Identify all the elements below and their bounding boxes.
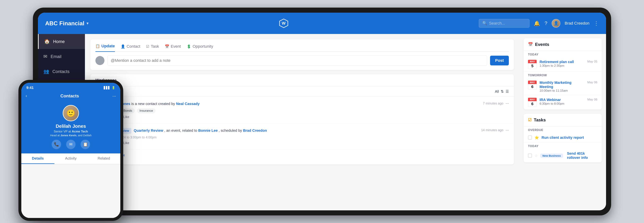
sidebar-item-contacts[interactable]: 👥 Contacts	[38, 64, 85, 79]
task-checkbox[interactable]	[528, 136, 532, 140]
sidebar-item-home[interactable]: 🏠 Home	[38, 34, 85, 49]
tab-opportunity-label: Opportunity	[192, 44, 213, 49]
workspace-filter[interactable]: All ⇅ ☰	[495, 89, 509, 94]
feed-time: 14 minutes ago	[481, 128, 504, 132]
search-icon: 🔍	[482, 21, 487, 26]
tag-insurance[interactable]: Insurance	[137, 108, 156, 113]
event-info: Retirement plan call 1:30pm to 2:30pm	[540, 60, 584, 68]
tab-update[interactable]: 📋 Update	[96, 44, 115, 52]
feed-time: 7 minutes ago	[483, 102, 504, 105]
event-month: MAY	[528, 60, 537, 63]
phone-email-button[interactable]: ✉	[66, 140, 76, 149]
contact-subtitle: Head at Jones Kevin, and Delilah	[50, 134, 92, 137]
battery-icon: 🔋	[112, 86, 115, 90]
event-title[interactable]: Retirement plan call	[540, 60, 584, 64]
task-star-icon[interactable]: ⭐	[534, 135, 539, 140]
task-checkbox[interactable]	[528, 154, 532, 158]
phone-more-icon[interactable]: ···	[112, 94, 116, 98]
phone-copy-button[interactable]: 📋	[80, 140, 90, 149]
events-title: Events	[535, 42, 549, 47]
help-icon[interactable]: ?	[544, 20, 547, 26]
notification-bell-icon[interactable]: 🔔	[534, 20, 540, 26]
feed-item-header: Delilah Jones is a new contact created b…	[96, 101, 509, 119]
contact-other-company[interactable]: Jones Kevin	[60, 134, 76, 137]
workspace-filter-label: All	[495, 90, 499, 94]
event-date-box: MAY 6	[528, 80, 537, 90]
event-info: IRA Webinar 6:30pm to 8:00pm	[540, 98, 584, 106]
phone-tab-activity[interactable]: Activity	[54, 154, 88, 164]
phone-profile: 🙂 Delilah Jones Senior VP at Acme Tech H…	[21, 102, 120, 154]
contact-company[interactable]: Acme Tech	[72, 130, 88, 133]
event-day: 6	[528, 101, 537, 107]
tab-event[interactable]: 📅 Event	[165, 44, 181, 52]
feed-related-link[interactable]: Bonnie Lee	[198, 128, 218, 132]
feed-event-link[interactable]: Quarterly Review	[134, 128, 163, 132]
brand[interactable]: ABC Financial ▾	[45, 20, 88, 27]
feed-scheduled-link[interactable]: Brad Creedon	[243, 128, 267, 132]
activity-card: 📋 Update 👤 Contact ☑ Task 📅	[90, 40, 514, 70]
post-button[interactable]: Post	[490, 56, 509, 66]
phone-call-button[interactable]: 📞	[52, 140, 61, 149]
event-date-right: May 06	[587, 98, 598, 102]
contact-avatar: 🙂	[63, 105, 79, 121]
contacts-icon: 👥	[43, 69, 49, 74]
phone-nav-bar: ‹ Contacts ···	[21, 92, 120, 102]
event-item: MAY 6 Monthly Marketing Meeting 10:00am …	[524, 78, 602, 95]
phone-tabs: Details Activity Related	[21, 154, 120, 164]
user-name: Brad Creedon	[565, 21, 590, 26]
task-title[interactable]: Run client activity report	[542, 136, 598, 140]
opportunity-tab-icon: 💲	[187, 44, 191, 48]
avatar[interactable]: 👤	[552, 19, 560, 28]
event-month: MAY	[528, 80, 537, 84]
phone-tab-related[interactable]: Related	[87, 154, 120, 164]
phone-nav-title: Contacts	[60, 94, 79, 98]
feed-text-part2: , scheduled by	[219, 128, 243, 132]
workspace-header: Workspace	[90, 74, 514, 86]
phone-tab-details[interactable]: Details	[21, 154, 54, 164]
calendar-icon: 📅	[528, 42, 533, 47]
event-title[interactable]: Monthly Marketing Meeting	[540, 80, 584, 89]
home-icon: 🏠	[44, 39, 50, 44]
task-tab-icon: ☑	[146, 44, 149, 48]
like-button[interactable]: Like	[123, 141, 129, 145]
phone-status-bar: 9:41 ▋▋▋ 🔋	[21, 83, 120, 92]
brand-dropdown-icon[interactable]: ▾	[86, 21, 88, 26]
event-date-right: May 06	[587, 80, 598, 84]
feed-area: 📋 Update 👤 Contact ☑ Task 📅	[85, 34, 519, 210]
sidebar-item-label: Home	[53, 39, 65, 44]
tab-opportunity[interactable]: 💲 Opportunity	[187, 44, 213, 52]
more-options-icon[interactable]: ···	[506, 128, 509, 132]
tab-contact-label: Contact	[127, 44, 140, 49]
sidebar-item-email[interactable]: ✉ Email	[38, 49, 85, 64]
phone-status-icons: ▋▋▋ 🔋	[104, 86, 115, 90]
like-button[interactable]: Like	[123, 115, 129, 119]
contact-tab-icon: 👤	[121, 44, 125, 48]
event-day: 5	[528, 63, 537, 69]
activity-tabs-row: 📋 Update 👤 Contact ☑ Task 📅	[96, 44, 509, 52]
tab-contact[interactable]: 👤 Contact	[121, 44, 140, 52]
filter-sort-icon: ⇅	[501, 89, 504, 94]
compose-input[interactable]	[107, 56, 487, 66]
event-tab-icon: 📅	[165, 44, 169, 48]
feed-actions: Reply · Like	[107, 141, 478, 145]
feed-item: 📅 Client Review Quarterly Review , an ev…	[90, 124, 514, 150]
compose-avatar	[96, 56, 104, 65]
event-item: MAY 6 IRA Webinar 6:30pm to 8:00pm May 0…	[524, 95, 602, 110]
tab-event-label: Event	[171, 44, 181, 49]
more-options-icon[interactable]: ···	[506, 101, 509, 106]
compose-row: Post	[96, 56, 509, 66]
back-button[interactable]: ‹	[26, 94, 27, 98]
feed-creator-link[interactable]: Neal Cassady	[176, 102, 200, 106]
feed-item: Delilah Jones is a new contact created b…	[90, 97, 514, 124]
events-card-header: 📅 Events	[524, 38, 602, 51]
search-input[interactable]	[489, 21, 526, 26]
tasks-card: ☑ Tasks OVERDUE ⭐ Run client activity re…	[524, 114, 602, 162]
task-star-icon[interactable]: ☆	[534, 154, 538, 158]
tab-task[interactable]: ☑ Task	[146, 44, 159, 52]
search-bar[interactable]: 🔍	[479, 19, 530, 28]
more-options-icon[interactable]: ⋮	[594, 20, 599, 26]
phone-content	[21, 164, 120, 218]
task-title[interactable]: Send 401k rollover info	[567, 152, 598, 160]
tab-task-label: Task	[151, 44, 159, 49]
event-title[interactable]: IRA Webinar	[540, 98, 584, 102]
